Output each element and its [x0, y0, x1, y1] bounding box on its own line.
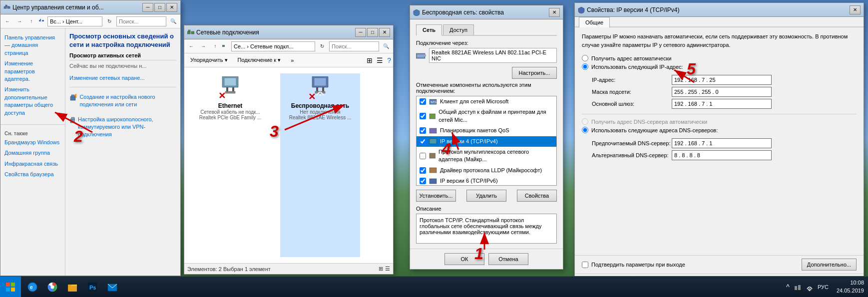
- close-button[interactable]: ✕: [379, 28, 390, 37]
- connect-button[interactable]: Подключение к ▾: [234, 55, 285, 66]
- component-checkbox[interactable]: [420, 153, 426, 159]
- tab-access[interactable]: Доступ: [443, 24, 474, 35]
- install-button[interactable]: Установить...: [416, 190, 456, 202]
- taskbar-explorer-icon[interactable]: [63, 278, 82, 297]
- net-conn-controls[interactable]: ─ □ ✕: [355, 28, 390, 37]
- taskbar-mail-icon[interactable]: [103, 278, 122, 297]
- minimize-button[interactable]: ─: [142, 3, 153, 12]
- network-center-controls[interactable]: ─ □ ✕: [142, 3, 177, 12]
- component-checkbox[interactable]: [420, 98, 426, 105]
- language-indicator: РУС: [818, 284, 829, 290]
- up-button[interactable]: ↑: [210, 41, 220, 51]
- nc-firewall-link[interactable]: Брандмауэр Windows: [0, 137, 65, 148]
- manual-ip-radio-item[interactable]: Использовать следующий IP-адрес:: [582, 63, 857, 70]
- component-checkbox[interactable]: [420, 138, 426, 145]
- nc-infrared-link[interactable]: Инфракрасная связь: [0, 159, 65, 169]
- forward-button[interactable]: →: [198, 41, 208, 51]
- search-button[interactable]: 🔍: [381, 41, 391, 51]
- wireless-props-controls[interactable]: ✕: [549, 8, 560, 17]
- gateway-input[interactable]: [672, 99, 772, 109]
- nc-home-link[interactable]: Панель управления — домашняя страница: [0, 32, 65, 58]
- forward-button[interactable]: →: [14, 16, 24, 26]
- alt-dns-input[interactable]: [672, 150, 772, 160]
- component-multiplex[interactable]: Протокол мультиплексора сетевого адаптер…: [417, 147, 556, 165]
- view-icons-button[interactable]: ⊞: [367, 56, 373, 64]
- search-input[interactable]: [116, 16, 166, 26]
- taskbar-browser-icon[interactable]: e: [23, 278, 42, 297]
- taskbar-photoshop-icon[interactable]: Ps: [83, 278, 102, 297]
- cancel-button[interactable]: Отмена: [488, 253, 528, 265]
- nc-change-access-link[interactable]: Изменить дополнительные параметры общего…: [0, 84, 65, 118]
- manual-dns-radio-item[interactable]: Использовать следующие адреса DNS-сервер…: [582, 127, 857, 133]
- tray-arrow[interactable]: ^: [786, 283, 790, 291]
- up-button[interactable]: ↑: [26, 16, 36, 26]
- taskbar-chrome-icon[interactable]: [43, 278, 62, 297]
- close-button[interactable]: ✕: [850, 5, 861, 14]
- component-checkbox[interactable]: [420, 127, 426, 134]
- nc-homegroup-link[interactable]: Домашняя группа: [0, 148, 65, 158]
- delete-button[interactable]: Удалить: [466, 190, 506, 202]
- address-breadcrumb[interactable]: Се... › Сетевые подкл...: [231, 41, 315, 51]
- nc-browser-props-link[interactable]: Свойства браузера: [0, 169, 65, 180]
- confirm-checkbox[interactable]: [582, 262, 588, 268]
- refresh-button[interactable]: ↻: [104, 16, 114, 26]
- wifi-tray-icon[interactable]: [806, 283, 814, 291]
- back-button[interactable]: ←: [2, 16, 12, 26]
- wireless-props-tabs: Сеть Доступ: [416, 24, 557, 36]
- close-button[interactable]: ✕: [549, 8, 560, 17]
- nc-create-link[interactable]: + Создание и настройка нового подключени…: [69, 91, 176, 111]
- tab-network[interactable]: Сеть: [416, 24, 442, 36]
- component-checkbox[interactable]: [420, 167, 426, 174]
- component-ipv6[interactable]: IP версии 6 (TCP/IPv6): [417, 176, 556, 186]
- svg-rect-40: [430, 114, 435, 119]
- help-button[interactable]: ?: [387, 56, 391, 64]
- nc-setup-link[interactable]: Настройка широкополосного, коммутируемог…: [69, 114, 176, 141]
- ip-props-controls[interactable]: ✕: [850, 5, 861, 14]
- network-tray-icon[interactable]: [794, 283, 802, 291]
- component-ipv4[interactable]: IP версии 4 (TCP/IPv4): [417, 136, 556, 147]
- view-large-button[interactable]: ⊞: [379, 266, 383, 272]
- auto-dns-radio[interactable]: [582, 118, 588, 125]
- address-breadcrumb[interactable]: Вс... › Цент...: [47, 16, 102, 26]
- ethernet-item[interactable]: ✕ Ethernet Сетевой кабель не подк... Rea…: [190, 73, 270, 257]
- extra-button[interactable]: »: [287, 55, 298, 66]
- search-button[interactable]: 🔍: [168, 16, 178, 26]
- component-qos[interactable]: Планировщик пакетов QoS: [417, 125, 556, 136]
- auto-dns-radio-item[interactable]: Получить адрес DNS-сервера автоматически: [582, 118, 857, 125]
- start-button[interactable]: [0, 277, 21, 297]
- component-checkbox[interactable]: [420, 113, 426, 119]
- svg-point-34: [320, 95, 321, 96]
- manual-dns-radio[interactable]: [582, 127, 588, 133]
- maximize-button[interactable]: □: [154, 3, 165, 12]
- auto-ip-radio-item[interactable]: Получить адрес автоматически: [582, 55, 857, 61]
- net-conn-toolbar: Упорядочить ▾ Подключение к ▾ » ⊞ ☰ ?: [184, 53, 393, 67]
- minimize-button[interactable]: ─: [355, 28, 366, 37]
- components-list[interactable]: MS Клиент для сетей Microsoft Общий дост…: [416, 96, 557, 186]
- component-checkbox[interactable]: [420, 178, 426, 184]
- back-button[interactable]: ←: [186, 41, 196, 51]
- component-microsoft-client[interactable]: MS Клиент для сетей Microsoft: [417, 96, 556, 107]
- tab-general[interactable]: Общие: [579, 17, 610, 27]
- nc-change-adapter-link[interactable]: Изменение параметров адаптера.: [0, 58, 65, 84]
- nc-change-params-link[interactable]: Изменение сетевых паране...: [69, 75, 176, 81]
- configure-button[interactable]: Настроить...: [512, 67, 557, 79]
- component-lldp[interactable]: Драйвер протокола LLDP (Майкрософт): [417, 165, 556, 176]
- organize-button[interactable]: Упорядочить ▾: [186, 55, 232, 66]
- wireless-item[interactable]: ✕ Беспроводная сеть Нет подключения Real…: [280, 73, 360, 257]
- refresh-button[interactable]: ↻: [317, 41, 327, 51]
- view-small-button[interactable]: ☰: [385, 266, 390, 272]
- taskbar-clock[interactable]: 10:08 24.05.2019: [833, 279, 868, 295]
- ip-address-input[interactable]: [672, 75, 772, 85]
- properties-button[interactable]: Свойства: [517, 190, 557, 202]
- maximize-button[interactable]: □: [367, 28, 378, 37]
- preferred-dns-input[interactable]: [672, 138, 772, 148]
- advanced-button[interactable]: Дополнительно...: [802, 259, 857, 271]
- close-button[interactable]: ✕: [166, 3, 177, 12]
- subnet-mask-input[interactable]: [672, 87, 772, 97]
- manual-ip-radio[interactable]: [582, 63, 588, 70]
- ok-button[interactable]: ОК: [444, 253, 484, 265]
- auto-ip-radio[interactable]: [582, 55, 588, 61]
- search-input[interactable]: [329, 41, 379, 51]
- component-file-sharing[interactable]: Общий доступ к файлам и принтерам для се…: [417, 107, 556, 125]
- view-list-button[interactable]: ☰: [377, 56, 383, 64]
